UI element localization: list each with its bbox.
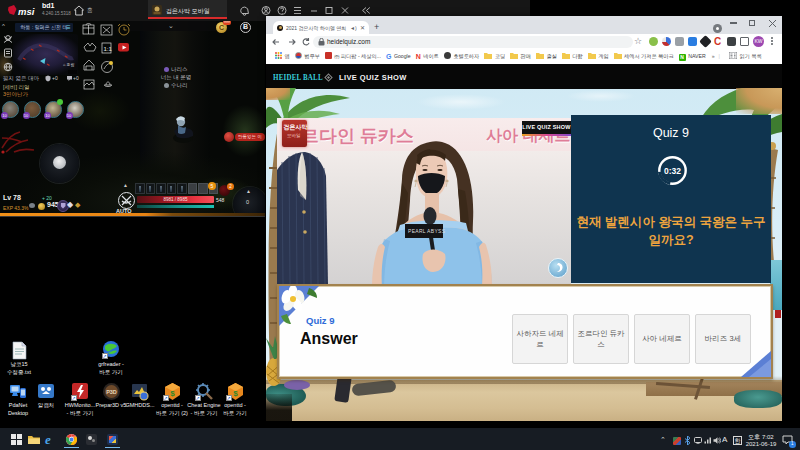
svg-text:1:1: 1:1 <box>104 46 113 52</box>
svg-text:$: $ <box>170 389 175 398</box>
svg-text:P3D: P3D <box>106 389 117 395</box>
svg-text:$: $ <box>233 389 238 398</box>
svg-text:PEARL ABYSS: PEARL ABYSS <box>408 228 446 234</box>
svg-text:0:32: 0:32 <box>664 166 681 176</box>
svg-text:msi: msi <box>18 6 35 17</box>
